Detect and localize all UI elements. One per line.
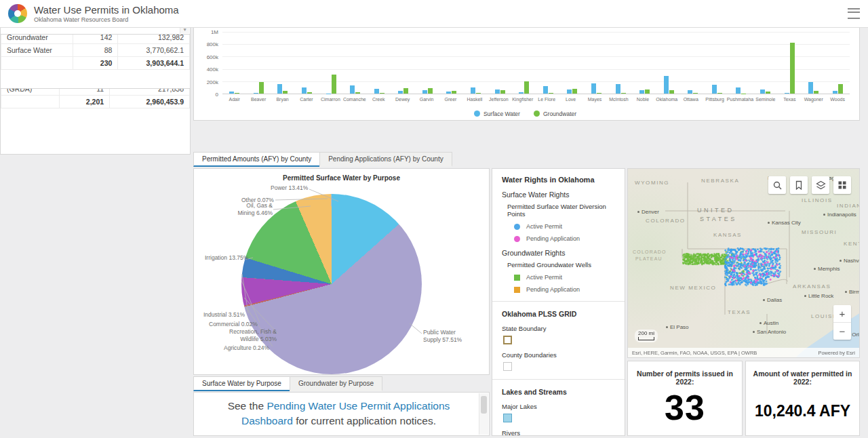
x-tick: Creek: [367, 97, 391, 105]
map-bookmark-button[interactable]: [790, 176, 808, 194]
bar[interactable]: [549, 93, 553, 94]
square-symbol: [514, 287, 520, 293]
value-cell: 3,903,644.1: [118, 57, 190, 70]
bar[interactable]: [495, 89, 500, 94]
circle-symbol: [514, 224, 520, 230]
bar[interactable]: [766, 92, 770, 94]
map-scalebar: 200 mi: [635, 330, 658, 342]
bar[interactable]: [452, 91, 456, 94]
divider: [492, 379, 625, 380]
bar[interactable]: [403, 88, 408, 94]
bar[interactable]: [428, 88, 433, 94]
bar[interactable]: [476, 93, 481, 94]
legend-layer-name: State Boundary: [502, 325, 615, 332]
menu-icon[interactable]: [848, 8, 860, 19]
bar[interactable]: [446, 92, 451, 94]
bar[interactable]: [833, 91, 837, 94]
y-tick: 600k: [207, 54, 218, 60]
bar-group: [439, 32, 464, 94]
bar[interactable]: [235, 93, 239, 94]
pie-label: Recreation, Fish & Wildlife 5.03%: [218, 328, 277, 342]
y-tick: 400k: [207, 66, 218, 73]
tab[interactable]: Pending Applications (AFY) by County: [319, 152, 452, 167]
bar[interactable]: [790, 43, 795, 94]
bar[interactable]: [471, 87, 475, 94]
bar-group: [705, 32, 730, 94]
lake-swatch: [503, 414, 512, 422]
bar[interactable]: [307, 92, 312, 94]
x-tick: McIntosh: [607, 97, 631, 105]
bar[interactable]: [229, 92, 234, 94]
map-dots-canvas[interactable]: [628, 169, 860, 358]
bar[interactable]: [355, 92, 360, 94]
zoom-in-button[interactable]: +: [833, 305, 851, 322]
bar[interactable]: [254, 93, 258, 94]
bar-group: [295, 32, 319, 94]
outline-swatch: [503, 336, 512, 344]
bar[interactable]: [712, 85, 717, 94]
zoom-out-button[interactable]: −: [833, 322, 851, 340]
tab[interactable]: Permitted Amounts (AFY) by County: [193, 152, 320, 167]
bar[interactable]: [380, 93, 384, 94]
bar[interactable]: [302, 87, 307, 94]
bar[interactable]: [814, 91, 818, 94]
map-zoom-controls: + −: [833, 305, 851, 340]
bar[interactable]: [621, 93, 626, 94]
county-chart-tabs: Permitted Amounts (AFY) by CountyPending…: [193, 152, 490, 167]
x-tick: Carter: [294, 97, 318, 105]
bar[interactable]: [688, 90, 692, 94]
bar[interactable]: [277, 84, 282, 94]
chart-legend: Surface WaterGroundwater: [201, 111, 850, 117]
chart-area: 1M800k600k400k200k0 AdairBeaverBryanCart…: [201, 32, 850, 117]
bar[interactable]: [838, 84, 843, 94]
bar[interactable]: [717, 93, 722, 94]
bar[interactable]: [664, 76, 669, 94]
bar[interactable]: [567, 89, 572, 94]
bar[interactable]: [572, 89, 577, 94]
bar[interactable]: [350, 85, 355, 94]
bar[interactable]: [283, 91, 288, 94]
bar[interactable]: [597, 93, 601, 94]
notice-pre: See the: [228, 400, 267, 412]
bar[interactable]: [736, 87, 741, 94]
bar[interactable]: [669, 90, 674, 94]
legend-item[interactable]: Groundwater: [534, 111, 576, 117]
bar[interactable]: [524, 81, 529, 94]
map-layers-button[interactable]: [812, 176, 829, 194]
bar[interactable]: [519, 92, 524, 94]
map-basemap-button[interactable]: [833, 176, 851, 194]
circle-symbol: [514, 236, 520, 242]
layers-icon: [816, 180, 826, 191]
x-tick: Beaver: [246, 97, 270, 105]
map-panel[interactable]: WYOMINGNEBRASKAIOWAChicagoILLINOISINDIAN…: [627, 168, 860, 358]
bar[interactable]: [785, 93, 789, 94]
scrollbar[interactable]: [479, 393, 488, 435]
bar[interactable]: [808, 82, 813, 94]
tab[interactable]: Surface Water by Purpose: [193, 376, 290, 391]
pie-title: Permitted Surface Water by Purpose: [194, 169, 489, 182]
x-tick: Bryan: [271, 97, 294, 105]
map-search-button[interactable]: [768, 176, 786, 194]
bar[interactable]: [332, 75, 336, 94]
tab[interactable]: Groundwater by Purpose: [290, 376, 382, 391]
bar[interactable]: [616, 84, 620, 94]
bar[interactable]: [760, 89, 765, 94]
bar[interactable]: [398, 91, 403, 94]
bar[interactable]: [259, 82, 264, 94]
value-cell: 230: [73, 57, 118, 70]
legend-item[interactable]: Surface Water: [474, 111, 520, 117]
bar[interactable]: [374, 89, 379, 94]
legend-layer-name: County Boundaries: [502, 351, 615, 359]
scroll-thumb[interactable]: [481, 396, 487, 414]
bar[interactable]: [422, 90, 427, 94]
bar[interactable]: [645, 89, 650, 94]
legend-item: Active Permit: [514, 274, 615, 281]
bar[interactable]: [591, 83, 596, 94]
map-legend-panel: Water Rights in Oklahoma Surface Water R…: [492, 168, 625, 436]
bar[interactable]: [693, 93, 698, 94]
app-header: Water Use Permits in Oklahoma Oklahoma W…: [0, 0, 868, 28]
bar[interactable]: [639, 90, 644, 94]
x-tick: Ottawa: [679, 97, 703, 105]
bar[interactable]: [543, 86, 548, 94]
bar[interactable]: [500, 90, 505, 94]
